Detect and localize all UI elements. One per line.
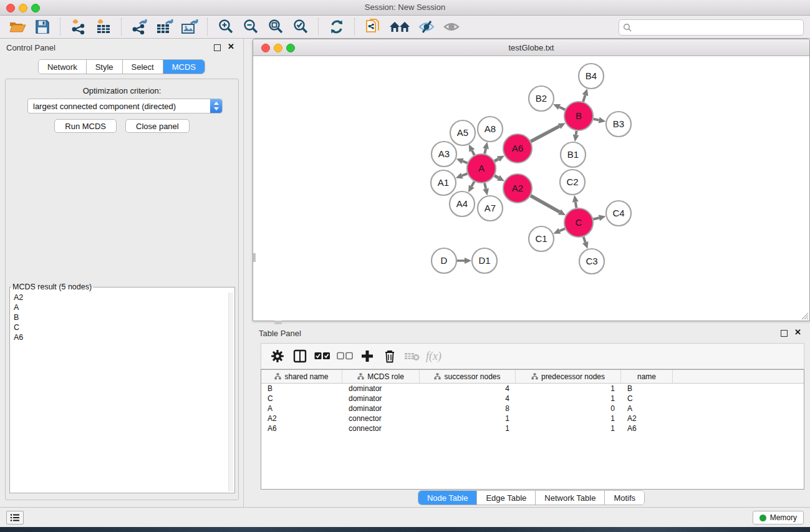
graph-edge[interactable] xyxy=(559,229,565,231)
graph-edge[interactable] xyxy=(594,119,599,120)
graph-edge[interactable] xyxy=(583,95,585,102)
show-all-button[interactable] xyxy=(439,17,464,37)
table-cell[interactable]: 4 xyxy=(420,394,516,404)
export-network-button[interactable] xyxy=(127,17,152,37)
column-header-mcds-role[interactable]: MCDS role xyxy=(342,370,420,383)
table-cell[interactable]: 4 xyxy=(420,384,516,394)
search-field[interactable] xyxy=(619,19,804,36)
network-scrollbar-tick[interactable] xyxy=(253,253,256,262)
save-session-button[interactable] xyxy=(30,17,55,37)
resize-grip-icon[interactable] xyxy=(800,311,809,320)
table-cell[interactable]: 1 xyxy=(516,423,621,433)
tab-network-table[interactable]: Network Table xyxy=(536,491,605,505)
column-header-successor-nodes[interactable]: successor nodes xyxy=(420,370,516,383)
mcds-result-item[interactable]: A6 xyxy=(11,332,229,342)
table-cell[interactable]: dominator xyxy=(342,394,420,404)
zoom-out-button[interactable] xyxy=(238,17,263,37)
table-cell[interactable]: A2 xyxy=(261,414,342,423)
graph-edge[interactable] xyxy=(576,131,577,135)
close-table-panel-icon[interactable]: ✕ xyxy=(794,327,801,337)
graph-edge[interactable] xyxy=(494,176,498,178)
table-cell[interactable]: 1 xyxy=(516,394,621,404)
table-row[interactable]: Bdominator41B xyxy=(261,384,804,394)
mcds-result-item[interactable]: A xyxy=(11,302,229,312)
table-cell[interactable]: 1 xyxy=(420,423,516,433)
table-cell[interactable]: B xyxy=(261,384,342,394)
graph-edge[interactable] xyxy=(531,196,560,212)
zoom-selected-button[interactable] xyxy=(288,17,313,37)
table-cell[interactable]: dominator xyxy=(342,404,420,414)
graph-edge[interactable] xyxy=(559,107,565,110)
memory-button[interactable]: Memory xyxy=(753,511,804,525)
graph-edge[interactable] xyxy=(463,161,468,163)
table-row[interactable]: Cdominator41C xyxy=(261,394,804,404)
graph-edge[interactable] xyxy=(494,159,498,161)
table-row[interactable]: Adominator80A xyxy=(261,404,804,414)
table-cell[interactable]: connector xyxy=(342,414,420,423)
graph-edge[interactable] xyxy=(472,150,475,155)
table-cell[interactable]: dominator xyxy=(342,384,420,394)
tab-node-table[interactable]: Node Table xyxy=(418,491,478,505)
search-input[interactable] xyxy=(632,23,803,32)
table-cell[interactable]: 1 xyxy=(516,414,621,423)
optimization-criterion-dropdown[interactable]: largest connected component (directed) xyxy=(27,99,223,114)
task-history-button[interactable] xyxy=(6,511,24,525)
deselect-all-checkboxes-button[interactable] xyxy=(334,346,356,366)
tab-network[interactable]: Network xyxy=(39,60,87,74)
open-session-button[interactable] xyxy=(5,17,30,37)
network-graph[interactable]: B4B2BB3A8A5A6B1A3AC2A1A2A4A7C4CC1DD1C3 xyxy=(254,56,810,321)
graph-edge[interactable] xyxy=(584,237,586,243)
graph-edge[interactable] xyxy=(485,148,486,153)
mcds-result-item[interactable]: A2 xyxy=(11,293,229,302)
graph-edge[interactable] xyxy=(462,173,468,175)
table-cell[interactable]: 1 xyxy=(420,414,516,423)
mcds-result-item[interactable]: C xyxy=(11,322,229,332)
mcds-list-scrollbar[interactable] xyxy=(228,293,233,491)
zoom-in-button[interactable] xyxy=(213,17,238,37)
delete-table-button[interactable] xyxy=(401,346,423,366)
table-cell[interactable]: C xyxy=(621,394,673,404)
table-cell[interactable]: 8 xyxy=(420,404,516,414)
import-network-button[interactable] xyxy=(66,17,91,37)
export-table-button[interactable] xyxy=(152,17,177,37)
table-cell[interactable]: A6 xyxy=(621,423,673,433)
float-panel-icon[interactable] xyxy=(214,44,221,51)
mcds-result-item[interactable]: B xyxy=(11,312,229,322)
table-cell[interactable]: A xyxy=(261,404,342,414)
refresh-view-button[interactable] xyxy=(324,17,349,37)
hide-unhide-button[interactable] xyxy=(414,17,439,37)
tab-select[interactable]: Select xyxy=(123,60,163,74)
mcds-result-list[interactable]: A2ABCA6 xyxy=(11,293,229,491)
home-layout-button[interactable] xyxy=(385,17,414,37)
graph-edge[interactable] xyxy=(593,218,599,219)
table-cell[interactable]: A2 xyxy=(621,414,673,423)
table-cell[interactable]: C xyxy=(261,394,342,404)
table-cell[interactable]: A6 xyxy=(261,423,342,433)
table-cell[interactable]: connector xyxy=(342,423,420,433)
close-panel-button[interactable]: Close panel xyxy=(125,119,190,133)
zoom-fit-button[interactable] xyxy=(263,17,288,37)
table-cell[interactable]: 0 xyxy=(516,404,621,414)
graph-edge[interactable] xyxy=(576,202,576,208)
column-view-button[interactable] xyxy=(289,346,311,366)
graph-edge[interactable] xyxy=(471,181,474,186)
table-row[interactable]: A6connector11A6 xyxy=(261,423,804,433)
add-column-button[interactable] xyxy=(356,346,378,366)
import-table-button[interactable] xyxy=(91,17,116,37)
table-cell[interactable]: A xyxy=(621,404,673,414)
float-table-panel-icon[interactable] xyxy=(781,330,788,337)
table-cell[interactable]: B xyxy=(621,384,673,394)
column-header-predecessor-nodes[interactable]: predecessor nodes xyxy=(516,370,621,383)
close-panel-icon[interactable]: ✕ xyxy=(228,42,234,51)
function-builder-button[interactable]: f(x) xyxy=(426,350,441,363)
graph-edge[interactable] xyxy=(485,183,486,188)
tab-edge-table[interactable]: Edge Table xyxy=(477,491,536,505)
column-header-name[interactable]: name xyxy=(621,370,673,383)
table-row[interactable]: A2connector11A2 xyxy=(261,414,804,423)
delete-column-button[interactable] xyxy=(378,346,401,366)
column-header-shared-name[interactable]: shared name xyxy=(261,370,342,383)
table-cell[interactable]: 1 xyxy=(516,384,621,394)
duplicate-network-button[interactable] xyxy=(360,17,385,37)
network-canvas[interactable]: B4B2BB3A8A5A6B1A3AC2A1A2A4A7C4CC1DD1C3 xyxy=(254,56,809,320)
tab-mcds[interactable]: MCDS xyxy=(163,60,205,74)
